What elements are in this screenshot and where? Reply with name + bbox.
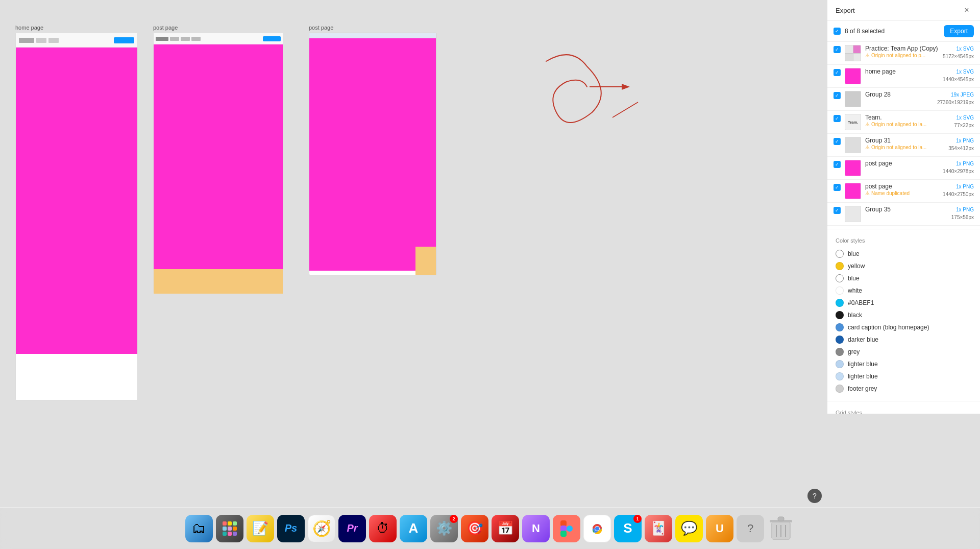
item-thumb-6 [845,183,861,199]
color-label-3: white [848,287,862,294]
timing-icon[interactable]: ⏱ [369,515,397,542]
svg-point-6 [567,526,573,532]
item-info-6: post page ⚠ Name duplicated [865,183,939,196]
item-info-0: Practice: Team App (Copy) ⚠ Origin not a… [865,45,939,58]
item-warning-4: ⚠ Origin not aligned to la... [865,145,944,150]
color-label-10: lighter blue [848,373,878,380]
frame-home-page[interactable] [15,33,138,400]
appstore-icon[interactable]: A [400,515,427,542]
color-swatch-9 [836,360,844,368]
close-button[interactable]: × [962,5,972,15]
color-swatch-3 [836,287,844,295]
kakaotalk-icon[interactable]: 💬 [675,515,703,542]
item-checkbox-1[interactable] [834,69,841,76]
launchpad-icon[interactable] [216,515,243,542]
item-info-2: Group 28 [865,91,933,98]
color-item-0abef1: #0ABEF1 [836,297,972,309]
frame-post-magenta-1 [154,44,283,269]
color-swatch-5 [836,311,844,319]
skype-icon[interactable]: S 1 [614,515,642,542]
frame-home-magenta [16,47,137,354]
figma-icon[interactable] [553,515,580,542]
item-meta-4: 1x PNG 354×412px [948,137,974,152]
export-item-5: post page 1x PNG 1440×2978px [827,157,980,180]
color-label-6: card caption (blog homepage) [848,324,929,331]
svg-rect-14 [778,517,784,521]
export-item-4: Group 31 ⚠ Origin not aligned to la... 1… [827,134,980,157]
ulysses-icon[interactable]: U [706,515,733,542]
compass-icon[interactable]: 🎯 [461,515,488,542]
color-swatch-0 [836,250,844,258]
select-all-checkbox[interactable] [834,28,841,35]
notion-icon[interactable]: N [522,515,550,542]
export-item-6: post page ⚠ Name duplicated 1x PNG 1440×… [827,180,980,203]
chrome-icon[interactable] [583,515,611,542]
notes-icon[interactable]: 📝 [247,515,274,542]
color-item-lighter-blue-1: lighter blue [836,358,972,370]
color-styles-section: Color styles blue yellow blue white #0AB… [827,232,980,398]
export-item-0: Practice: Team App (Copy) ⚠ Origin not a… [827,42,980,65]
frame-post-page-1[interactable] [153,33,283,293]
item-checkbox-3[interactable] [834,115,841,122]
item-meta-2: 19x JPEG 27360×19219px [937,91,974,106]
item-thumb-7 [845,206,861,222]
item-thumb-3: Team. [845,114,861,130]
pockity-icon[interactable]: 🃏 [645,515,672,542]
photoshop-icon[interactable]: Ps [277,515,305,542]
color-item-blue-border: blue [836,248,972,260]
item-checkbox-2[interactable] [834,92,841,99]
item-name-3: Team. [865,114,950,121]
warning-icon-0: ⚠ [865,53,870,58]
item-checkbox-7[interactable] [834,207,841,214]
color-label-0: blue [848,250,860,257]
item-info-7: Group 35 [865,206,947,213]
item-checkbox-4[interactable] [834,138,841,145]
safari-icon[interactable]: 🧭 [308,515,335,542]
frame-post-page-2[interactable] [309,33,436,275]
grid-styles-title: Grid styles [836,410,972,414]
trash-icon[interactable] [767,515,795,542]
color-label-4: #0ABEF1 [848,299,874,306]
color-item-lighter-blue-2: lighter blue [836,370,972,383]
item-checkbox-5[interactable] [834,161,841,168]
item-thumb-5 [845,160,861,176]
color-swatch-11 [836,385,844,393]
unknown-icon[interactable]: ? [737,515,764,542]
premiere-icon[interactable]: Pr [338,515,366,542]
selection-count: 8 of 8 selected [834,28,885,35]
color-item-card-caption: card caption (blog homepage) [836,321,972,333]
frame-label-post1: post page [153,22,178,32]
skype-badge: 1 [633,515,642,523]
item-meta-5: 1x PNG 1440×2978px [943,160,974,175]
color-label-9: lighter blue [848,361,878,368]
selection-row: 8 of 8 selected Export [827,21,980,42]
help-button[interactable]: ? [807,489,822,503]
color-label-8: grey [848,348,860,355]
color-item-blue2: blue [836,272,972,284]
item-name-0: Practice: Team App (Copy) [865,45,939,52]
item-info-3: Team. ⚠ Origin not aligned to la... [865,114,950,127]
item-thumb-0 [845,45,861,61]
warning-icon-4: ⚠ [865,145,870,150]
color-swatch-10 [836,372,844,380]
svg-rect-7 [560,531,567,537]
item-meta-7: 1x PNG 175×56px [951,206,974,221]
grid-styles-section: Grid styles 12-Point [827,404,980,414]
color-item-yellow: yellow [836,260,972,272]
warning-icon-6: ⚠ [865,190,870,196]
system-prefs-icon[interactable]: ⚙️ 2 [430,515,458,542]
warning-icon-3: ⚠ [865,122,870,127]
color-item-darker-blue: darker blue [836,333,972,346]
item-meta-0: 1x SVG 5172×4545px [943,45,974,60]
color-item-black: black [836,309,972,321]
svg-point-11 [595,527,599,531]
item-checkbox-6[interactable] [834,184,841,191]
selection-count-label: 8 of 8 selected [845,28,885,35]
export-top-button[interactable]: Export [944,25,974,37]
fantastical-icon[interactable]: 📅 [492,515,519,542]
canvas-area: home page post page p [0,0,980,549]
item-info-4: Group 31 ⚠ Origin not aligned to la... [865,137,944,150]
finder-icon[interactable]: 🗂 [185,515,213,542]
item-checkbox-0[interactable] [834,46,841,53]
svg-line-2 [612,102,638,117]
